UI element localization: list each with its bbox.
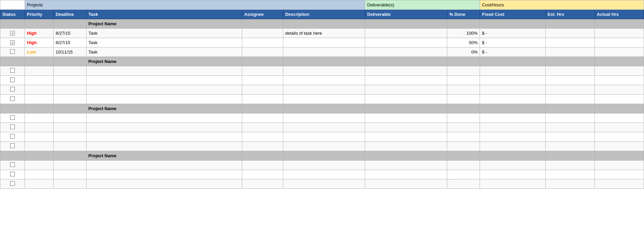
est-hrs-cell[interactable] [545,123,594,132]
checkbox-unchecked[interactable] [10,143,15,148]
deliverable-cell[interactable] [365,85,447,95]
assignee-cell[interactable] [242,85,283,95]
description-cell[interactable] [283,38,365,47]
description-cell[interactable] [283,161,365,170]
status-cell[interactable] [0,132,25,142]
description-cell[interactable] [283,170,365,179]
task-cell[interactable] [86,95,242,104]
fixed-cost-cell[interactable] [480,179,546,189]
actual-hrs-cell[interactable] [594,95,644,104]
task-cell[interactable] [86,179,242,189]
task-cell[interactable] [86,123,242,132]
assignee-cell[interactable] [242,132,283,142]
status-cell[interactable] [0,66,25,76]
assignee-cell[interactable] [242,179,283,189]
actual-hrs-cell[interactable] [594,66,644,76]
assignee-cell[interactable] [242,113,283,123]
checkbox-unchecked[interactable] [10,125,15,129]
fixed-cost-cell[interactable] [480,142,546,151]
deliverable-cell[interactable] [365,95,447,104]
deliverable-cell[interactable] [365,76,447,85]
est-hrs-cell[interactable] [545,170,594,179]
assignee-cell[interactable] [242,29,283,38]
checkbox-unchecked[interactable] [10,87,15,92]
description-cell[interactable] [283,66,365,76]
fixed-cost-cell[interactable]: $ - [480,38,546,47]
status-cell[interactable] [0,47,25,57]
checkbox-unchecked[interactable] [10,49,15,54]
deliverable-cell[interactable] [365,47,447,57]
est-hrs-cell[interactable] [545,85,594,95]
actual-hrs-cell[interactable] [594,29,644,38]
deliverable-cell[interactable] [365,142,447,151]
checkbox-unchecked[interactable] [10,115,15,120]
task-cell[interactable] [86,161,242,170]
deliverable-cell[interactable] [365,38,447,47]
fixed-cost-cell[interactable] [480,85,546,95]
fixed-cost-cell[interactable] [480,123,546,132]
task-cell[interactable] [86,113,242,123]
assignee-cell[interactable] [242,161,283,170]
checkbox-unchecked[interactable] [10,77,15,82]
status-cell[interactable] [0,170,25,179]
description-cell[interactable] [283,113,365,123]
deliverable-cell[interactable] [365,113,447,123]
actual-hrs-cell[interactable] [594,113,644,123]
est-hrs-cell[interactable] [545,76,594,85]
actual-hrs-cell[interactable] [594,85,644,95]
description-cell[interactable] [283,142,365,151]
status-cell[interactable] [0,95,25,104]
est-hrs-cell[interactable] [545,47,594,57]
fixed-cost-cell[interactable] [480,66,546,76]
checkbox-unchecked[interactable] [10,68,15,73]
assignee-cell[interactable] [242,76,283,85]
checkbox-unchecked[interactable] [10,162,15,167]
assignee-cell[interactable] [242,66,283,76]
status-cell[interactable] [0,142,25,151]
assignee-cell[interactable] [242,95,283,104]
checkbox-unchecked[interactable] [10,172,15,176]
est-hrs-cell[interactable] [545,66,594,76]
description-cell[interactable] [283,95,365,104]
task-cell[interactable]: Task [86,47,242,57]
actual-hrs-cell[interactable] [594,76,644,85]
description-cell[interactable]: details of task here [283,29,365,38]
status-cell[interactable] [0,85,25,95]
assignee-cell[interactable] [242,123,283,132]
status-cell[interactable]: ✓ [0,29,25,38]
task-cell[interactable] [86,170,242,179]
est-hrs-cell[interactable] [545,95,594,104]
fixed-cost-cell[interactable] [480,161,546,170]
deliverable-cell[interactable] [365,132,447,142]
fixed-cost-cell[interactable] [480,113,546,123]
description-cell[interactable] [283,76,365,85]
status-cell[interactable]: ✓ [0,38,25,47]
assignee-cell[interactable] [242,47,283,57]
task-cell[interactable] [86,85,242,95]
actual-hrs-cell[interactable] [594,38,644,47]
fixed-cost-cell[interactable]: $ - [480,47,546,57]
actual-hrs-cell[interactable] [594,142,644,151]
task-cell[interactable]: Task [86,29,242,38]
checkbox-checked[interactable]: ✓ [10,31,15,36]
est-hrs-cell[interactable] [545,29,594,38]
actual-hrs-cell[interactable] [594,170,644,179]
description-cell[interactable] [283,132,365,142]
fixed-cost-cell[interactable]: $ - [480,29,546,38]
status-cell[interactable] [0,123,25,132]
task-cell[interactable]: Task [86,38,242,47]
checkbox-unchecked[interactable] [10,134,15,139]
est-hrs-cell[interactable] [545,142,594,151]
task-cell[interactable] [86,142,242,151]
actual-hrs-cell[interactable] [594,123,644,132]
deliverable-cell[interactable] [365,123,447,132]
deliverable-cell[interactable] [365,170,447,179]
est-hrs-cell[interactable] [545,132,594,142]
description-cell[interactable] [283,179,365,189]
actual-hrs-cell[interactable] [594,161,644,170]
assignee-cell[interactable] [242,142,283,151]
description-cell[interactable] [283,47,365,57]
actual-hrs-cell[interactable] [594,132,644,142]
deliverable-cell[interactable] [365,29,447,38]
checkbox-unchecked[interactable] [10,96,15,101]
